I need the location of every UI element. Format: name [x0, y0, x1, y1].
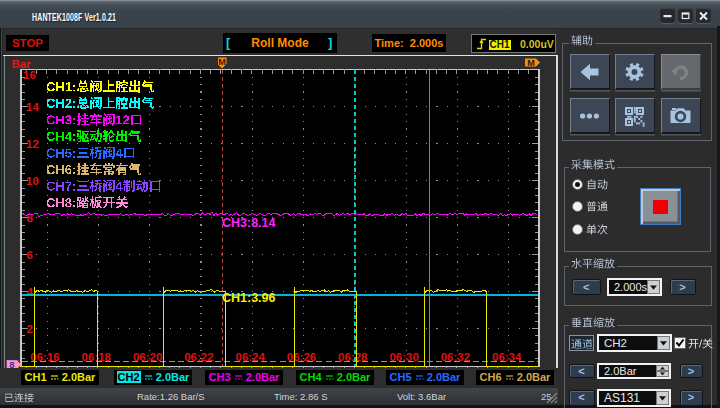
svg-text:6: 6	[27, 249, 33, 261]
svg-text:14: 14	[26, 101, 39, 113]
svg-text:CH1:3.96: CH1:3.96	[222, 291, 276, 305]
svg-text:06:24: 06:24	[235, 351, 265, 363]
svg-text:CH3:8.14: CH3:8.14	[222, 216, 276, 230]
svg-text:2: 2	[27, 323, 33, 335]
svg-text:10: 10	[26, 175, 39, 187]
svg-text:Bar: Bar	[12, 58, 32, 70]
svg-text:M: M	[218, 57, 226, 67]
svg-text:M: M	[527, 58, 535, 68]
svg-text:4: 4	[27, 286, 34, 298]
svg-text:12: 12	[26, 138, 39, 150]
svg-text:16: 16	[23, 69, 36, 81]
